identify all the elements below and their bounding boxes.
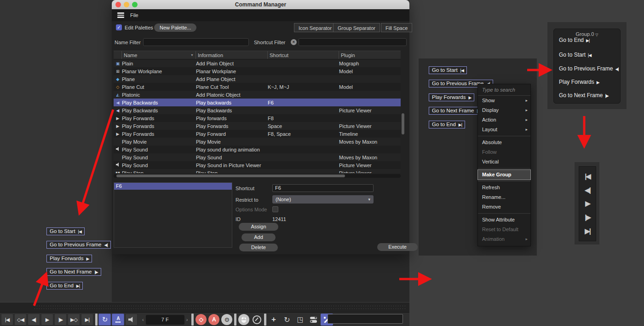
new-palette-button[interactable]: New Palette... xyxy=(154,23,196,32)
table-row[interactable]: Play SoundPlay Sound in Picture ViewerPi… xyxy=(114,161,401,169)
close-window-icon[interactable] xyxy=(115,2,121,7)
hamburger-menu-icon[interactable] xyxy=(117,12,124,18)
keyframe-mode-button[interactable]: A xyxy=(112,314,124,326)
table-row[interactable]: Play SoundPlay SoundMoves by Maxon xyxy=(114,153,401,161)
transport-go-to-previous-frame-button[interactable]: ◀| xyxy=(28,314,40,326)
panel-go-to-start-button[interactable]: Go to Start|◀ xyxy=(429,66,467,74)
mini-timeline-bar[interactable] xyxy=(328,314,403,324)
menu-search-field[interactable]: Type to search xyxy=(478,84,530,96)
icon-separator-button[interactable]: Icon Separator xyxy=(294,23,336,32)
add-button[interactable]: Add xyxy=(242,233,276,241)
shortcut-filter-input[interactable] xyxy=(299,38,407,46)
plugin-column-header[interactable]: Plugin xyxy=(339,51,401,59)
group-title[interactable]: Group.0 ▽ xyxy=(554,31,620,37)
stepper-right-icon[interactable]: › xyxy=(184,317,190,322)
fill-space-button[interactable]: Fill Space xyxy=(381,23,412,32)
horizontal-scrollbar-thumb[interactable] xyxy=(116,175,345,177)
autokeying-button[interactable]: A xyxy=(208,314,219,325)
table-row[interactable]: ▶Play ForwardsPlay ForwardsSpacePicture … xyxy=(114,122,401,130)
edit-palettes-checkbox[interactable]: ✓ xyxy=(116,24,122,30)
strip-go-to-previous-frame-icon[interactable]: ◀| xyxy=(585,186,590,194)
strip-go-to-next-frame-icon[interactable]: |▶ xyxy=(585,213,590,221)
strip-play-forwards-icon[interactable]: ▶ xyxy=(585,199,590,208)
table-row[interactable]: ◇Plane CutPlane Cut ToolK~J, M~JModel xyxy=(114,83,401,91)
zoom-window-icon[interactable] xyxy=(132,2,138,7)
table-row[interactable]: ◆PlaneAdd Plane Object xyxy=(114,75,401,83)
palette-go-to-end-button[interactable]: Go to End▶| xyxy=(46,282,83,290)
panel-play-forwards-button[interactable]: Play Forwards▶ xyxy=(429,93,474,101)
record-parameter-toggle[interactable] xyxy=(307,314,320,326)
menu-item-show-attribute[interactable]: Show Attribute xyxy=(478,215,530,225)
menu-item-vertical[interactable]: Vertical xyxy=(478,157,530,167)
assigned-shortcut-item[interactable]: F6 xyxy=(114,183,232,190)
name-column-header[interactable]: Name▼ xyxy=(122,51,196,59)
table-row[interactable]: ⊞Planar WorkplanePlanar WorkplaneModel xyxy=(114,67,401,75)
shortcut-column-header[interactable]: Shortcut xyxy=(268,51,339,59)
menu-item-refresh[interactable]: Refresh xyxy=(478,183,530,192)
menu-item-action[interactable]: Action▸ xyxy=(478,115,530,125)
icon-column-header[interactable] xyxy=(114,51,122,59)
group-item-go-to-end[interactable]: Go to End▶| xyxy=(559,37,589,43)
record-position-toggle[interactable]: + xyxy=(267,314,280,326)
table-row[interactable]: ◀Play BackwardsPlay backwardsF6 xyxy=(114,99,401,106)
palette-go-to-next-frame-button[interactable]: Go to Next Frame|▶ xyxy=(46,268,101,276)
menu-item-absolute[interactable]: Absolute xyxy=(478,138,530,147)
table-row[interactable]: ▶Play ForwardsPlay ForwardF8, SpaceTimel… xyxy=(114,130,401,138)
record-keyframe-button[interactable]: ◇ xyxy=(196,314,207,325)
information-column-header[interactable]: Information xyxy=(196,51,268,59)
panel-go-to-next-frame-button[interactable]: Go to Next Frame|▶ xyxy=(429,107,483,115)
group-item-play-forwards[interactable]: Play Forwards▶ xyxy=(559,79,599,85)
group-item-go-to-previous-frame[interactable]: Go to Previous Frame◀| xyxy=(559,65,619,72)
strip-go-to-start-icon[interactable]: |◀ xyxy=(585,172,590,180)
transport-go-to-start-button[interactable]: |◀ xyxy=(1,314,13,326)
cycle-play-button[interactable]: ↻ xyxy=(98,314,111,326)
transport-play-forwards-button[interactable]: ▶ xyxy=(41,314,53,326)
menu-item-rename[interactable]: Rename... xyxy=(478,192,530,202)
name-filter-input[interactable] xyxy=(143,38,249,46)
table-row[interactable]: Play MoviePlay MovieMoves by Maxon xyxy=(114,138,401,146)
options-mode-checkbox[interactable] xyxy=(272,206,278,212)
current-frame-field[interactable]: 7 F xyxy=(146,315,184,325)
group-separator-button[interactable]: Group Separator xyxy=(333,23,380,32)
palette-go-to-previous-frame-button[interactable]: Go to Previous Frame◀| xyxy=(46,241,111,249)
transport-go-to-next-key-button[interactable]: ▶◇ xyxy=(68,314,80,326)
transport-go-to-next-frame-button[interactable]: |▶ xyxy=(54,314,67,326)
mouse-record-button[interactable] xyxy=(238,314,249,325)
table-row[interactable]: ▣PlainAdd Plain ObjectMograph xyxy=(114,59,401,67)
delete-button[interactable]: Delete xyxy=(239,244,278,251)
transport-go-to-end-button[interactable]: ▶| xyxy=(81,314,93,326)
motion-system-button[interactable] xyxy=(251,314,262,325)
transport-go-to-previous-key-button[interactable]: ◇◀ xyxy=(14,314,27,326)
table-row[interactable]: ◭PlatonicAdd Platonic Object xyxy=(114,91,401,99)
menu-item-remove[interactable]: Remove xyxy=(478,202,530,212)
palette-go-to-start-button[interactable]: Go to Start|◀ xyxy=(46,227,85,235)
clear-filter-icon[interactable]: × xyxy=(291,39,297,45)
menu-item-display[interactable]: Display▸ xyxy=(478,105,530,115)
menu-item-make-group[interactable]: Make Group xyxy=(478,170,530,180)
strip-go-to-end-icon[interactable]: ▶| xyxy=(585,227,590,235)
menu-item-show[interactable]: Show▸ xyxy=(478,96,530,105)
shortcut-input[interactable]: F6 xyxy=(272,184,374,192)
group-item-go-to-next-frame[interactable]: Go to Next Frame|▶ xyxy=(559,92,609,99)
table-row[interactable]: ◀Play BackwardsPlay BackwardsPicture Vie… xyxy=(114,106,401,114)
table-row[interactable]: ▮▮Play StopPlay StopPicture Viewer xyxy=(114,169,401,173)
window-titlebar[interactable]: Command Manager xyxy=(112,0,409,9)
panel-go-to-end-button[interactable]: Go to End▶| xyxy=(429,121,465,128)
keying-settings-button[interactable]: ⚙ xyxy=(221,314,232,325)
restrict-to-dropdown[interactable]: (None) ▾ xyxy=(272,195,374,204)
record-scale-toggle[interactable]: ◳ xyxy=(294,314,306,326)
assigned-shortcut-list[interactable]: F6 xyxy=(114,182,232,248)
timeline-ruler[interactable] xyxy=(0,302,409,313)
execute-button[interactable]: Execute xyxy=(377,243,418,251)
group-item-go-to-start[interactable]: Go to Start|◀ xyxy=(559,52,591,58)
stepper-left-icon[interactable]: ‹ xyxy=(140,317,146,322)
table-row[interactable]: Play SoundPlay sound during animation xyxy=(114,146,401,153)
table-row[interactable]: ▶Play ForwardsPlay forwardsF8 xyxy=(114,114,401,122)
menu-item-layout[interactable]: Layout▸ xyxy=(478,125,530,134)
vertical-scrollbar-thumb[interactable] xyxy=(402,113,404,134)
minimize-window-icon[interactable] xyxy=(124,2,129,7)
assign-button[interactable]: Assign xyxy=(239,223,278,231)
record-rotation-toggle[interactable]: ↻ xyxy=(281,314,293,326)
file-menu[interactable]: File xyxy=(130,12,138,18)
palette-play-forwards-button[interactable]: Play Forwards▶ xyxy=(46,255,92,262)
